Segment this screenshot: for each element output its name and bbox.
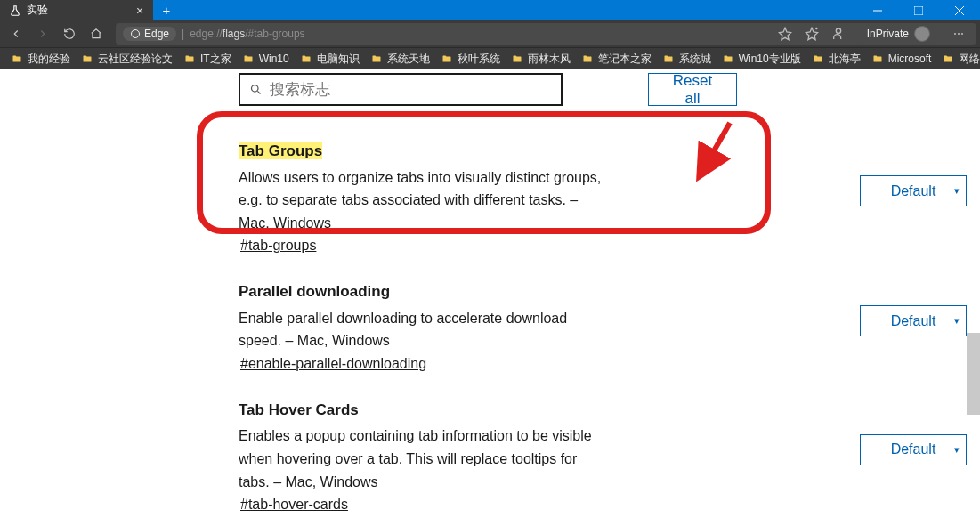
title-bar: 实验 × + — [0, 0, 980, 20]
folder-icon — [871, 53, 884, 64]
flag-anchor-link[interactable]: #enable-parallel-downloading — [240, 356, 426, 372]
svg-point-8 — [252, 85, 259, 93]
bookmark-label: 网络歌曲 — [959, 52, 980, 67]
edge-label: Edge — [144, 28, 169, 40]
page-content: Reset all Tab GroupsAllows users to orga… — [0, 69, 980, 526]
flag-select[interactable]: Default▾ — [860, 434, 967, 465]
bookmark-item[interactable]: IT之家 — [178, 52, 237, 67]
address-bar[interactable]: Edge | edge://flags/#tab-groups InPrivat… — [116, 23, 976, 45]
bookmark-label: 云社区经验论文 — [98, 52, 173, 67]
chevron-down-icon: ▾ — [954, 315, 960, 327]
bookmark-label: 我的经验 — [28, 52, 70, 67]
folder-icon — [581, 53, 594, 64]
browser-tab[interactable]: 实验 × — [0, 0, 153, 20]
flag-select-value: Default — [891, 313, 936, 329]
flask-icon — [9, 4, 21, 17]
chevron-down-icon: ▾ — [954, 185, 960, 197]
scrollbar-thumb[interactable] — [967, 333, 980, 415]
reset-all-button[interactable]: Reset all — [648, 73, 737, 106]
maximize-button[interactable] — [898, 0, 939, 20]
flag-description: Enable parallel downloading to accelerat… — [239, 307, 603, 352]
bookmark-label: 北海亭 — [829, 52, 861, 67]
bookmark-item[interactable]: 系统城 — [657, 52, 717, 67]
flag-item: Parallel downloadingEnable parallel down… — [239, 280, 737, 372]
folder-icon — [942, 53, 954, 64]
edge-badge: Edge — [123, 27, 176, 41]
folder-icon — [662, 53, 675, 64]
bookmark-label: Microsoft — [888, 53, 932, 65]
bookmark-label: 雨林木风 — [528, 52, 571, 67]
bookmark-label: 秋叶系统 — [458, 52, 500, 67]
favorite-star-icon[interactable] — [778, 27, 792, 41]
bookmark-item[interactable]: 电脑知识 — [295, 52, 365, 67]
bookmark-item[interactable]: 云社区经验论文 — [76, 52, 178, 67]
bookmark-label: 系统天地 — [387, 52, 430, 67]
bookmark-item[interactable]: 北海亭 — [806, 52, 866, 67]
bookmark-item[interactable]: Win10专业版 — [717, 52, 806, 67]
close-tab-icon[interactable]: × — [134, 4, 146, 17]
flag-select-value: Default — [891, 183, 936, 199]
url-text: edge://flags/#tab-groups — [190, 28, 304, 40]
bookmark-item[interactable]: Microsoft — [866, 53, 937, 65]
home-button[interactable] — [84, 21, 109, 46]
avatar-icon — [914, 26, 930, 42]
flag-select[interactable]: Default▾ — [860, 305, 967, 336]
bookmark-item[interactable]: 笔记本之家 — [576, 52, 657, 67]
flag-title: Tab Groups — [239, 142, 322, 159]
minimize-button[interactable] — [857, 0, 898, 20]
folder-icon — [370, 53, 383, 64]
bookmark-label: 电脑知识 — [317, 52, 360, 67]
bookmark-item[interactable]: 网络歌曲 — [936, 52, 980, 67]
flag-item: Tab Hover CardsEnables a popup containin… — [239, 399, 737, 513]
flag-description: Enables a popup containing tab informati… — [239, 425, 603, 493]
bookmark-label: 系统城 — [679, 52, 711, 67]
bookmark-label: IT之家 — [200, 52, 231, 67]
new-tab-button[interactable]: + — [153, 0, 180, 20]
folder-icon — [11, 53, 23, 64]
search-flags-input-wrapper — [239, 73, 563, 106]
flag-item: Tab GroupsAllows users to organize tabs … — [239, 140, 737, 254]
bookmark-label: Win10专业版 — [739, 52, 801, 67]
flag-anchor-link[interactable]: #tab-hover-cards — [240, 497, 348, 513]
folder-icon — [300, 53, 312, 64]
search-flags-input[interactable] — [270, 81, 552, 99]
flag-title: Tab Hover Cards — [239, 401, 359, 418]
bookmark-item[interactable]: 雨林木风 — [506, 52, 576, 67]
folder-icon — [81, 53, 93, 64]
svg-rect-1 — [914, 6, 923, 15]
flag-description: Allows users to organize tabs into visua… — [239, 166, 603, 235]
bookmark-label: Win10 — [259, 53, 289, 65]
close-window-button[interactable] — [939, 0, 980, 20]
profile-label: InPrivate — [867, 28, 909, 40]
flag-select-value: Default — [891, 441, 936, 457]
back-button[interactable] — [4, 21, 28, 46]
folder-icon — [511, 53, 523, 64]
tab-title: 实验 — [27, 3, 128, 18]
bookmark-item[interactable]: 我的经验 — [5, 52, 76, 67]
bookmark-item[interactable]: 系统天地 — [365, 52, 435, 67]
bookmark-item[interactable]: Win10 — [237, 53, 295, 65]
refresh-button[interactable] — [57, 21, 82, 46]
profile-button[interactable]: InPrivate — [858, 24, 935, 44]
flag-anchor-link[interactable]: #tab-groups — [240, 238, 316, 254]
svg-line-9 — [257, 91, 260, 93]
flag-select[interactable]: Default▾ — [860, 175, 967, 206]
bookmark-item[interactable]: 秋叶系统 — [435, 52, 506, 67]
bookmark-label: 笔记本之家 — [598, 52, 652, 67]
more-menu-button[interactable]: ⋯ — [948, 28, 969, 40]
extensions-icon[interactable] — [831, 27, 846, 41]
folder-icon — [441, 53, 453, 64]
svg-point-4 — [132, 30, 140, 38]
folder-icon — [242, 53, 255, 64]
forward-button[interactable] — [30, 21, 55, 46]
nav-toolbar: Edge | edge://flags/#tab-groups InPrivat… — [0, 20, 980, 47]
folder-icon — [722, 53, 734, 64]
folder-icon — [812, 53, 824, 64]
favorites-icon[interactable] — [805, 27, 819, 41]
folder-icon — [183, 53, 196, 64]
edge-icon — [130, 28, 141, 39]
search-icon — [249, 83, 263, 96]
chevron-down-icon: ▾ — [954, 444, 960, 456]
separator: | — [182, 28, 184, 40]
flag-title: Parallel downloading — [239, 283, 390, 300]
